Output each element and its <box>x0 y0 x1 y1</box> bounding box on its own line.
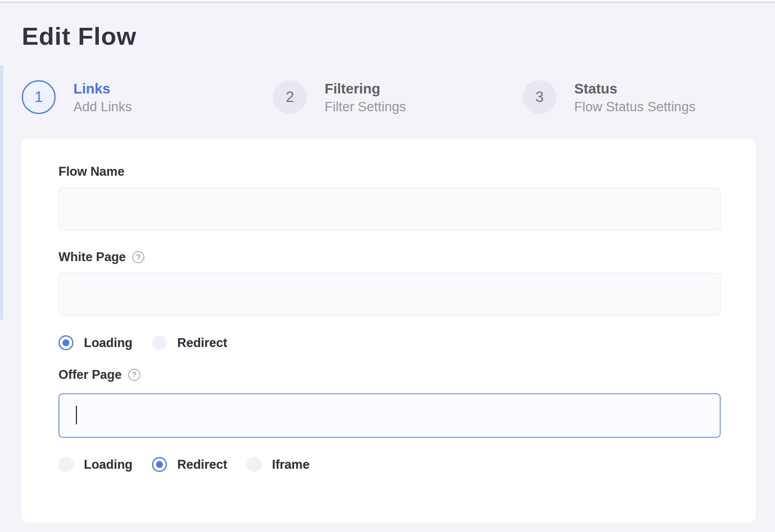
white-page-label: White Page ? <box>58 251 144 263</box>
radio-iframe[interactable] <box>247 457 262 472</box>
help-icon[interactable]: ? <box>128 369 140 381</box>
radio-iframe-label: Iframe <box>272 458 310 471</box>
flow-name-label: Flow Name <box>58 165 125 178</box>
page-title: Edit Flow <box>22 23 137 50</box>
step-number-badge: 2 <box>273 80 307 114</box>
step-text: Links Add Links <box>73 81 132 113</box>
step-title: Links <box>73 81 132 96</box>
stepper-step-status[interactable]: 3 Status Flow Status Settings <box>523 80 696 114</box>
stepper: 1 Links Add Links 2 Filtering Filter Set… <box>0 80 775 116</box>
step-text: Filtering Filter Settings <box>325 81 406 113</box>
radio-redirect-label: Redirect <box>177 337 227 349</box>
radio-redirect[interactable] <box>152 457 167 472</box>
form-card: Flow Name White Page ? Loading Redirect … <box>22 139 756 523</box>
offer-page-label: Offer Page ? <box>58 368 140 381</box>
step-subtitle: Filter Settings <box>325 100 406 113</box>
radio-option-iframe[interactable]: Iframe <box>247 457 310 472</box>
help-icon[interactable]: ? <box>132 251 144 263</box>
offer-page-label-text: Offer Page <box>58 368 122 381</box>
flow-name-label-text: Flow Name <box>58 165 125 178</box>
edit-flow-page: { "page": { "title": "Edit Flow" }, "ste… <box>0 0 775 532</box>
radio-option-loading[interactable]: Loading <box>58 335 133 350</box>
step-number-badge: 3 <box>523 80 556 114</box>
radio-option-loading[interactable]: Loading <box>58 457 133 472</box>
step-title: Filtering <box>325 81 406 96</box>
radio-option-redirect[interactable]: Redirect <box>152 335 227 350</box>
step-number-badge: 1 <box>22 80 56 114</box>
offer-page-input[interactable] <box>58 393 721 438</box>
stepper-step-filtering[interactable]: 2 Filtering Filter Settings <box>273 80 406 114</box>
step-title: Status <box>574 81 696 96</box>
radio-loading-label: Loading <box>84 458 133 471</box>
radio-loading[interactable] <box>58 457 73 472</box>
flow-name-input[interactable] <box>58 188 721 231</box>
radio-loading[interactable] <box>58 335 73 350</box>
radio-redirect[interactable] <box>152 335 167 350</box>
radio-loading-label: Loading <box>84 337 133 349</box>
stepper-step-links[interactable]: 1 Links Add Links <box>22 80 132 114</box>
white-page-mode-radio-group: Loading Redirect <box>58 335 247 350</box>
step-subtitle: Flow Status Settings <box>574 100 696 113</box>
step-text: Status Flow Status Settings <box>574 81 696 113</box>
white-page-input[interactable] <box>58 273 721 316</box>
white-page-label-text: White Page <box>58 251 126 263</box>
step-subtitle: Add Links <box>73 100 132 113</box>
text-caret <box>76 406 77 424</box>
radio-redirect-label: Redirect <box>177 458 227 471</box>
offer-page-input-wrap <box>58 393 721 438</box>
radio-option-redirect[interactable]: Redirect <box>152 457 227 472</box>
top-divider <box>0 0 775 3</box>
offer-page-mode-radio-group: Loading Redirect Iframe <box>58 457 329 472</box>
